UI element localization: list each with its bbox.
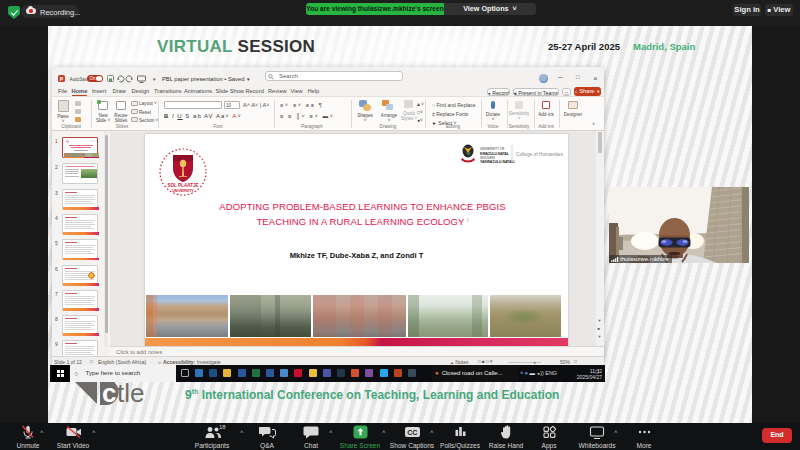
svg-text:KWAZULU-NATAL: KWAZULU-NATAL — [480, 152, 509, 156]
svg-text:UNIVERSITY OF: UNIVERSITY OF — [480, 147, 504, 151]
svg-text:UNIVERSITY: UNIVERSITY — [172, 189, 194, 193]
svg-text:College of Humanities: College of Humanities — [516, 152, 564, 157]
svg-text:c: c — [102, 378, 116, 408]
svg-text:tle: tle — [117, 378, 144, 408]
svg-text:YAKWAZULU-NATALI: YAKWAZULU-NATALI — [480, 160, 514, 164]
svg-text:CC: CC — [407, 429, 417, 436]
svg-text:SOL PLAATJE: SOL PLAATJE — [167, 183, 198, 188]
